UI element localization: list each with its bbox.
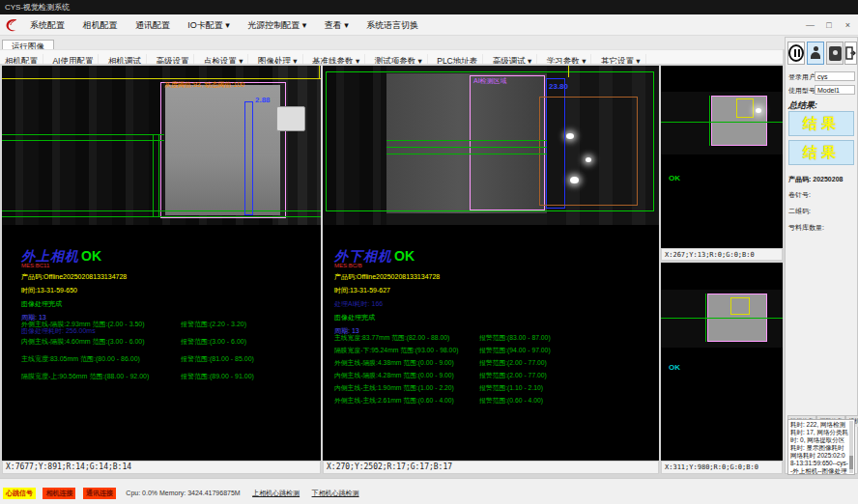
measure-text: 隔膜宽度-上:90.56mm 范围:(88.00 - 92.00) — [21, 372, 181, 381]
tool-baseline-params[interactable]: 基准线参数 ▾ — [307, 54, 365, 64]
roi-pink-ai — [470, 75, 545, 210]
admin-user-icon — [829, 46, 842, 61]
window-controls: — □ × — [803, 14, 855, 36]
stock-count-label: 亏料库数量: — [788, 223, 824, 233]
roi-yellow — [730, 297, 750, 315]
alarm-text: 报警范围:(89.00 - 91.00) — [181, 372, 254, 381]
comm-connection-badge: 通讯连接 — [83, 488, 116, 499]
menu-comm-config[interactable]: 通讯配置 — [129, 14, 177, 36]
edge-yellow-tick — [319, 66, 320, 79]
qrcode-label: 二维码: — [788, 207, 811, 216]
menu-view[interactable]: 查看 ▾ — [318, 14, 356, 36]
tool-ai-usage-config[interactable]: AI使用配置 — [47, 54, 99, 64]
measure-row: 外侧主线-隔膜:4.38mm 范围:(0.00 - 9.00) 报警范围:(2.… — [334, 358, 653, 368]
maximize-icon[interactable]: □ — [822, 14, 837, 36]
measure-text: 隔膜宽度-下:95.24mm 范围:(93.00 - 98.00) — [334, 346, 479, 355]
tool-other-settings[interactable]: 其它设置 ▾ — [596, 54, 646, 64]
pause-icon — [788, 44, 804, 62]
tab-strip: 运行图像 — [0, 36, 858, 49]
guide-line — [709, 96, 710, 146]
upper-camera-heartbeat-link[interactable]: 上相机心跳检测 — [252, 489, 300, 498]
log-text: 耗时: 222, 网络检测耗时: 17, 网络分类耗时: 0, 网络提取分区耗时… — [790, 421, 848, 475]
lower-camera-heartbeat-link[interactable]: 下相机心跳检测 — [312, 489, 359, 498]
tool-test-params[interactable]: 测试项参数 ▾ — [370, 54, 428, 64]
alarm-text: 报警范围:(3.00 - 6.00) — [181, 337, 246, 347]
login-user-value[interactable]: cys — [815, 71, 855, 81]
alarm-text: 报警范围:(2.00 - 77.00) — [479, 358, 547, 368]
guide-line — [2, 216, 321, 217]
measure-row: 外侧主线-主线:2.61mm 范围:(0.60 - 4.00) 报警范围:(0.… — [334, 396, 653, 406]
alarm-text: 报警范围:(83.00 - 87.00) — [479, 333, 551, 343]
guide-line — [386, 147, 547, 148]
roi-orange — [539, 97, 638, 206]
guide-line — [705, 294, 706, 342]
camera-name-label: 外上相机 — [21, 248, 79, 264]
camera-view-lower[interactable]: AI检测区域 23.80 外下相机OK MES:BC/B 产品码:Offline… — [323, 66, 659, 461]
tool-camera-debug[interactable]: 相机调试 — [103, 54, 147, 64]
guide-line — [153, 134, 154, 217]
aux-camera-view-2[interactable]: OK — [661, 263, 783, 461]
window-titlebar: CYS-视觉检测系统 — [0, 0, 858, 14]
tool-camera-config[interactable]: 相机配置 — [0, 54, 43, 64]
app-window: CYS-视觉检测系统 系统配置 相机配置 通讯配置 IO卡配置 ▾ 光源控制配置… — [0, 0, 858, 504]
ai-region-label: AI检测区域 — [473, 76, 507, 86]
measure-text: 内侧主线-隔膜:4.28mm 范围:(0.00 - 9.00) — [334, 371, 479, 380]
alarm-text: 报警范围:(2.00 - 77.00) — [479, 371, 547, 380]
menu-language-switch[interactable]: 系统语言切换 — [359, 14, 425, 36]
user-login-button[interactable] — [807, 42, 824, 65]
alarm-text: 报警范围:(2.20 - 3.20) — [181, 320, 246, 329]
menu-light-config[interactable]: 光源控制配置 ▾ — [241, 14, 313, 36]
result-status: OK — [81, 248, 101, 264]
log-scrollbar[interactable] — [849, 421, 853, 473]
model-label: 使用型号: — [788, 86, 817, 96]
measure-row: 内侧主线-隔膜:4.60mm 范围:(3.00 - 6.00) 报警范围:(3.… — [21, 337, 316, 347]
led-highlight — [756, 108, 761, 113]
tool-spot-check[interactable]: 点检设置 ▾ — [199, 54, 249, 64]
measure-row: 主线宽度:83.05mm 范围:(80.00 - 86.00) 报警范围:(81… — [21, 354, 316, 364]
measure-text: 主线宽度:83.05mm 范围:(80.00 - 86.00) — [21, 354, 181, 364]
guide-line — [2, 134, 164, 135]
guide-line — [2, 140, 164, 141]
menu-system-config[interactable]: 系统配置 — [23, 14, 72, 36]
tool-plc-address-table[interactable]: PLC地址表 — [432, 54, 483, 64]
aux-result-label: OK — [669, 174, 680, 182]
measure-row: 内侧主线-隔膜:4.28mm 范围:(0.00 - 9.00) 报警范围:(2.… — [334, 371, 653, 380]
camera-view-upper[interactable]: 2.88 灰度阈值:93, 动态阈值:100 外上相机OK MES:BC11 产… — [2, 66, 321, 461]
login-user-label: 登录用户: — [788, 72, 817, 82]
pause-button[interactable] — [787, 42, 805, 65]
workpiece-tab — [276, 106, 305, 131]
app-logo-icon — [4, 17, 19, 33]
right-panel: 登录用户: cys 使用型号: Model1 总结果: 结果 结果 产品码: 2… — [785, 37, 858, 474]
alarm-text: 报警范围:(0.60 - 4.00) — [479, 396, 543, 406]
needle-number-label: 卷针号: — [788, 190, 811, 200]
measure-text: 内侧主线-主线:1.90mm 范围:(1.00 - 2.20) — [334, 383, 479, 393]
measure-text: 主线宽度:83.77mm 范围:(82.00 - 88.00) — [334, 333, 479, 343]
menu-camera-config[interactable]: 相机配置 — [75, 14, 124, 36]
close-icon[interactable]: × — [841, 14, 855, 36]
measure-text: 内侧主线-隔膜:4.60mm 范围:(3.00 - 6.00) — [21, 337, 181, 347]
guide-line — [661, 318, 783, 319]
measure-row: 外侧主线-隔膜:2.93mm 范围:(2.00 - 3.50) 报警范围:(2.… — [21, 320, 316, 329]
log-output[interactable]: 耗时: 222, 网络检测耗时: 17, 网络分类耗时: 0, 网络提取分区耗时… — [787, 419, 855, 475]
guide-line — [2, 210, 321, 211]
ai-elapsed-line: 处理AI耗时: 166 — [334, 299, 653, 309]
pixel-coords-upper: X:7677;Y:891;R:14;G:14;B:14 — [2, 461, 321, 474]
tool-image-processing[interactable]: 图像处理 ▾ — [253, 54, 303, 64]
process-done-line: 图像处理完成 — [21, 299, 316, 309]
tool-advanced-settings[interactable]: 高级设置 — [151, 54, 194, 64]
measure-row: 隔膜宽度-下:95.24mm 范围:(93.00 - 98.00) 报警范围:(… — [334, 346, 653, 355]
threshold-overlay-label: 灰度阈值:93, 动态阈值:100 — [164, 80, 244, 90]
aux-result-label: OK — [669, 363, 680, 372]
roi-yellow — [736, 98, 754, 118]
cpu-memory-status: Cpu: 0.0% Memory: 3424.41796875M — [126, 490, 240, 496]
minimize-icon[interactable]: — — [803, 14, 817, 36]
menu-io-config[interactable]: IO卡配置 ▾ — [181, 14, 237, 36]
alarm-text: 报警范围:(1.10 - 2.10) — [479, 383, 543, 393]
model-value[interactable]: Model1 — [815, 85, 855, 95]
status-bar: 心跳信号 相机连接 通讯连接 Cpu: 0.0% Memory: 3424.41… — [0, 478, 858, 504]
admin-button[interactable] — [826, 42, 844, 65]
tool-learning-params[interactable]: 学习参数 ▾ — [542, 54, 592, 64]
logout-button[interactable] — [844, 42, 857, 65]
aux-camera-view-1[interactable]: OK — [661, 66, 783, 248]
tool-advanced-debug[interactable]: 高级调试 ▾ — [488, 54, 538, 64]
